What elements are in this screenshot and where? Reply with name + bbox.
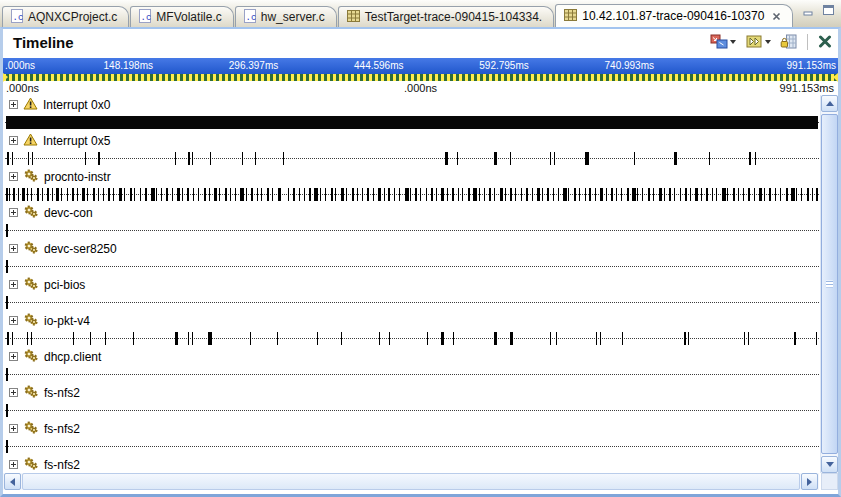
event-tick	[12, 332, 13, 345]
expand-icon[interactable]	[9, 458, 18, 472]
editor-link-icon[interactable]	[709, 33, 737, 50]
expand-icon[interactable]	[9, 350, 18, 364]
event-tick	[188, 332, 189, 345]
minimize-icon[interactable]	[802, 4, 815, 16]
trace-lane[interactable]	[5, 403, 819, 419]
trace-row-label-line[interactable]: Interrupt 0x5	[5, 131, 819, 151]
trace-lane[interactable]	[5, 331, 819, 347]
process-icon	[23, 277, 39, 294]
trace-lane[interactable]	[5, 151, 819, 167]
event-tick	[192, 152, 193, 165]
event-tick	[748, 332, 749, 345]
event-tick	[791, 188, 795, 201]
event-tick	[510, 152, 511, 165]
expand-icon[interactable]	[9, 314, 18, 328]
event-tick	[108, 188, 110, 201]
lock-time-icon[interactable]	[779, 33, 798, 50]
expand-icon[interactable]	[9, 386, 18, 400]
event-tick	[6, 296, 8, 309]
event-tick	[192, 332, 193, 345]
time-range-bar: .000ns .000ns 991.153ms	[3, 81, 838, 95]
warning-icon	[23, 133, 38, 149]
editor-tab[interactable]: 10.42.101.87-trace-090416-10370	[555, 4, 793, 27]
trace-row-label-line[interactable]: fs-nfs2	[5, 419, 819, 439]
trace-row-label-line[interactable]: pci-bios	[5, 275, 819, 295]
event-tick	[208, 332, 212, 345]
event-tick	[749, 152, 751, 165]
process-icon	[23, 205, 39, 222]
expand-icon[interactable]	[9, 170, 18, 184]
dropdown-caret-icon[interactable]	[730, 40, 736, 44]
event-tick	[133, 332, 134, 345]
dropdown-caret-icon[interactable]	[765, 40, 771, 44]
expand-icon[interactable]	[9, 98, 18, 112]
expand-icon[interactable]	[9, 422, 18, 436]
close-icon[interactable]	[817, 34, 833, 49]
expand-icon[interactable]	[9, 206, 18, 220]
trace-lane[interactable]	[5, 187, 819, 203]
svg-text:.c: .c	[141, 12, 152, 22]
tab-close-icon[interactable]	[772, 12, 781, 21]
event-tick	[621, 188, 622, 201]
event-tick	[67, 188, 68, 201]
selection-strip[interactable]	[3, 74, 838, 81]
expand-icon[interactable]	[9, 134, 18, 148]
editor-tab[interactable]: .chw_server.c	[235, 6, 337, 27]
trace-baseline	[5, 230, 819, 231]
scroll-up-button[interactable]	[821, 95, 838, 112]
expand-icon[interactable]	[9, 278, 18, 292]
scroll-right-button[interactable]	[801, 473, 818, 490]
trace-lane[interactable]	[5, 115, 819, 131]
event-tick	[489, 188, 491, 201]
trace-row-label-line[interactable]: procnto-instr	[5, 167, 819, 187]
trace-lane[interactable]	[5, 367, 819, 383]
event-tick	[134, 188, 135, 201]
event-tick	[664, 188, 665, 201]
trace-row-label-line[interactable]: dhcp.client	[5, 347, 819, 367]
scroll-down-button[interactable]	[821, 456, 838, 473]
trace-baseline	[5, 266, 819, 267]
ruler-time-label: 592.795ms	[479, 60, 528, 71]
maximize-icon[interactable]	[822, 4, 835, 16]
event-tick	[690, 188, 691, 201]
event-tick	[589, 188, 591, 201]
trace-row-name: fs-nfs2	[44, 386, 80, 400]
trace-row-label-line[interactable]: Interrupt 0x0	[5, 95, 819, 115]
vertical-scrollbar[interactable]	[820, 95, 838, 473]
event-tick	[754, 188, 755, 201]
event-tick	[389, 332, 390, 345]
horizontal-scroll-thumb[interactable]	[22, 473, 800, 490]
navigate-events-icon[interactable]	[744, 33, 772, 50]
trace-lane[interactable]	[5, 295, 819, 311]
trace-row-label-line[interactable]: fs-nfs2	[5, 455, 819, 473]
event-tick	[145, 188, 147, 201]
editor-tab[interactable]: TestTarget-trace-090415-104334.	[338, 6, 554, 27]
scroll-left-button[interactable]	[4, 473, 21, 490]
trace-lane[interactable]	[5, 223, 819, 239]
event-tick	[420, 188, 421, 201]
trace-lane[interactable]	[5, 259, 819, 275]
trace-row-label-line[interactable]: io-pkt-v4	[5, 311, 819, 331]
event-tick	[688, 332, 689, 345]
trace-file-icon	[347, 10, 360, 25]
editor-tab[interactable]: .cMFVolatile.c	[130, 6, 233, 27]
event-tick	[399, 188, 400, 201]
event-tick	[816, 332, 817, 345]
expand-icon[interactable]	[9, 242, 18, 256]
event-tick	[744, 332, 745, 345]
event-tick	[505, 188, 506, 201]
event-tick	[42, 188, 43, 201]
trace-lane[interactable]	[5, 439, 819, 455]
vertical-scroll-thumb[interactable]	[821, 114, 838, 454]
event-tick	[794, 332, 796, 345]
editor-tab[interactable]: .cAQNXCProject.c	[2, 6, 129, 27]
event-tick	[515, 188, 516, 201]
horizontal-scrollbar[interactable]	[3, 473, 819, 490]
trace-row-label-line[interactable]: devc-con	[5, 203, 819, 223]
event-tick	[166, 188, 168, 201]
svg-text:.c: .c	[13, 12, 24, 22]
trace-row-label-line[interactable]: fs-nfs2	[5, 383, 819, 403]
event-tick	[6, 188, 8, 201]
trace-row-label-line[interactable]: devc-ser8250	[5, 239, 819, 259]
timeline-ruler[interactable]: .000ns148.198ms296.397ms444.596ms592.795…	[3, 58, 838, 74]
